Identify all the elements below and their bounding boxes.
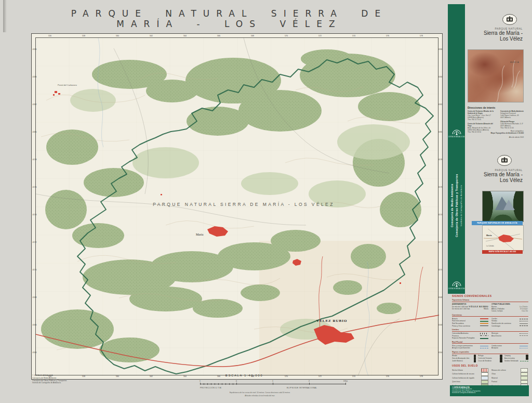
grid-label: 562 [150, 35, 153, 37]
grid-label: 568 [251, 35, 254, 37]
legend-label: Zona de Acampada Libre [452, 357, 470, 360]
grid-label: 4168 [33, 296, 37, 298]
grid-label: 4170 [438, 269, 443, 271]
scale-label: 1 [272, 380, 273, 382]
grid-labels-right: 4186418441824180417841764174417241704168… [438, 38, 442, 376]
scale-label: 2 [309, 380, 310, 382]
legend-swatch [520, 326, 528, 326]
legend-row: Casas, CortijosCasa Alta [491, 310, 528, 312]
legend-row: Jardín Botánico [452, 360, 476, 362]
scale-subtick [215, 383, 215, 385]
legend-row: Espacios Naturales Protegidos [452, 337, 488, 340]
scale-subtick [222, 383, 222, 385]
legend-row: De menos de 1.000 hab.María [452, 308, 488, 310]
page-title: PARQUE NATURAL SIERRA DE MARÍA - LOS VÉL… [50, 8, 408, 29]
grid-label: 574 [352, 35, 355, 37]
legend-swatch [526, 355, 528, 357]
scale-tick [236, 383, 237, 385]
legend-swatch [480, 348, 488, 348]
legend-label: Jardín Botánico [452, 360, 463, 362]
cover-green-band: JUNTA DE ANDALUCÍA Consejería de Medio A… [448, 4, 465, 294]
grid-label: 570 [285, 35, 288, 37]
legend-label: Cultivos herbáceos de secano [452, 373, 474, 375]
legend-label: Área recreativa [504, 357, 515, 360]
legend-swatch [480, 338, 488, 339]
legend-row: Área Directriz [491, 335, 528, 337]
legend-swatch [480, 321, 488, 322]
land-use-title: USOS DEL SUELO [452, 364, 528, 367]
junta-arch-icon [451, 128, 462, 136]
legend-fill-swatch [481, 376, 488, 380]
legend-label: De menos de 1.000 hab. [452, 308, 470, 310]
legend-swatch [520, 348, 528, 348]
scale-subtick [211, 383, 211, 385]
map-frame: PARQUE NATURAL SIERRA DE MARÍA - LOS VÉL… [31, 33, 443, 380]
legend-label: Olivar [491, 373, 496, 375]
legend-fill-swatch [481, 372, 488, 376]
grid-label: 4174 [438, 214, 443, 216]
legend-row: Cortafuegos [491, 325, 528, 328]
legend-swatch [520, 335, 528, 336]
legend-row: Arroyos no permanentes [452, 347, 488, 349]
imprint-footer: © JUNTA DE ANDALUCÍAConsejería de Medio … [450, 385, 529, 396]
grid-label: 4184 [438, 76, 443, 78]
grid-label: 4182 [33, 103, 37, 106]
edition-year: Año de edición 2003 [462, 136, 524, 138]
legend-row: Zona de Acampada Libre [452, 357, 476, 360]
legend-row: Mosaico de cultivos [491, 368, 528, 372]
address-line: Tfno: 950 01 11 00 [500, 127, 529, 129]
grid-label: 562 [150, 375, 153, 378]
legend-swatch [500, 355, 502, 357]
legend-swatch [474, 357, 476, 360]
address-group: Centro de Visitantes Mirador de la Umbrí… [468, 110, 497, 121]
legend-label: Pistas y Otras carreteras [452, 325, 470, 328]
scale-tick [309, 383, 310, 385]
legend-sections: CarreterasAutovíaRed IntercomarcalRed Se… [452, 314, 528, 349]
grid-label: 4164 [33, 352, 37, 354]
scale-subtick [225, 383, 226, 385]
mini-map-label-canada: La Cañada [486, 245, 494, 247]
landscape-photo [482, 191, 524, 222]
legend-row: Acequias [491, 347, 528, 349]
legend-special-signs: Signos especialesMiradorRefugioCampingZo… [452, 351, 528, 362]
legend-swatch [480, 346, 488, 346]
scale-label: 0 [236, 380, 237, 382]
grid-label: 556 [48, 35, 51, 37]
legend-row: Matorral [491, 376, 528, 380]
grid-label: 578 [420, 375, 423, 378]
address-group: Consejería de Medio AmbienteDelegación P… [500, 110, 529, 119]
legend-swatch [520, 323, 528, 324]
address-line: 04071 Almería [500, 116, 529, 119]
junta-arch-icon [451, 280, 462, 288]
address-line: Tfno: 950 52 70 05 [468, 119, 497, 121]
legend-fill-swatch [521, 368, 528, 372]
legend-row: Cultivos herbáceos de secano [452, 372, 488, 376]
legend-fill-swatch [481, 380, 488, 384]
grid-label: 4178 [438, 159, 443, 161]
park-emblem-icon [502, 14, 517, 28]
credit-line: Instituto de Cartografía de Andalucía [32, 382, 67, 384]
map-credits: © JUNTA DE ANDALUCÍAConsejería de Medio … [32, 374, 67, 384]
scale-label: 1 [200, 380, 201, 382]
scale-subtick [204, 383, 204, 385]
legend-label: Cruce de Senderos [478, 360, 491, 362]
legend-label: Acequias [491, 347, 498, 349]
legend-row: Olivar [491, 372, 528, 376]
grid-label: 576 [386, 35, 389, 37]
scale-bar: 10123 Km [200, 381, 345, 386]
junta-andalucia-logo-bottom: JUNTA DE ANDALUCÍA [448, 280, 465, 290]
legend-row: Quercíneas [452, 380, 488, 384]
grid-label: 560 [116, 35, 119, 37]
grid-label: 4166 [438, 324, 443, 326]
map-guide-banner: MAPA GUÍA ESCALA 1:40.000 [482, 250, 523, 254]
region-label-murcia: MURCIA [510, 61, 519, 63]
grid-label: 4184 [33, 76, 37, 78]
cover-heading-1: PARQUE NATURAL Sierra de María - Los Vél… [464, 27, 523, 42]
publisher-line: Consejería de Medio Ambiente [450, 184, 454, 228]
grid-label: 4182 [438, 103, 443, 106]
grid-label: 558 [82, 35, 85, 37]
legend-row: Área recreativa [504, 357, 528, 360]
legend-label: Cortafuegos [491, 325, 500, 328]
park-title-line2: Los Vélez [464, 36, 523, 42]
legend-label: Casas, Cortijos [491, 310, 503, 312]
